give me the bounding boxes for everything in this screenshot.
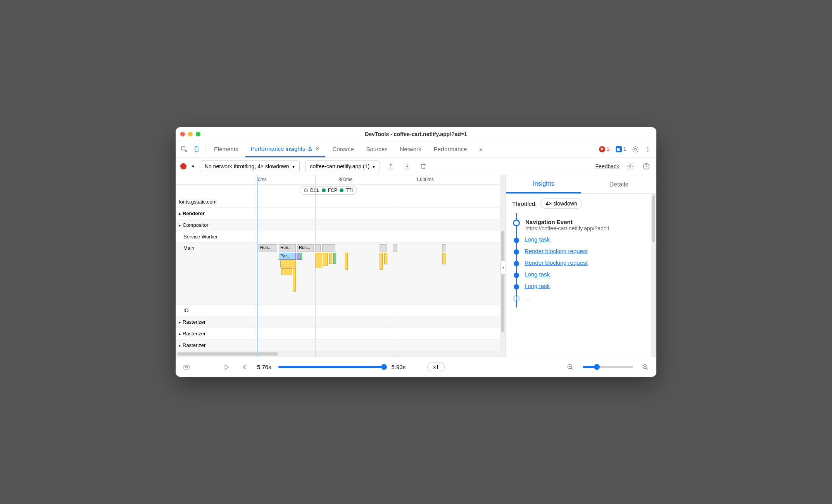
event-bullet-icon xyxy=(514,249,519,255)
throttling-select[interactable]: No network throttling, 4× slowdown xyxy=(200,161,300,172)
panel-settings-icon[interactable] xyxy=(625,161,635,172)
flame-task[interactable] xyxy=(442,244,445,252)
flame-task[interactable] xyxy=(380,244,387,252)
insights-tabs: Insights Details xyxy=(506,175,656,194)
track-renderer[interactable]: Renderer xyxy=(176,208,506,219)
ruler-tick: 800ms xyxy=(338,177,352,182)
errors-badge[interactable]: ✕ 1 xyxy=(597,145,612,153)
svg-point-6 xyxy=(647,150,649,152)
insight-link[interactable]: Render blocking request xyxy=(525,248,588,254)
playback-footer: 5.76s 5.93s x1 xyxy=(176,357,656,377)
flame-task[interactable] xyxy=(394,244,397,252)
track-rasterizer[interactable]: Rasterizer xyxy=(176,328,506,340)
zoom-in-icon[interactable] xyxy=(640,362,651,373)
flame-chart[interactable]: Run... Run... Run... Par... xyxy=(257,244,506,322)
event-cutoff: ... xyxy=(514,292,655,304)
insights-scrollbar[interactable] xyxy=(651,194,656,357)
flame-block[interactable] xyxy=(345,253,348,270)
track-compositor[interactable]: Compositor xyxy=(176,219,506,231)
flame-block[interactable] xyxy=(299,253,302,260)
zoom-slider[interactable] xyxy=(583,366,633,368)
flame-block[interactable] xyxy=(293,268,296,292)
tab-sources[interactable]: Sources xyxy=(361,141,393,157)
tab-details[interactable]: Details xyxy=(581,175,656,193)
flame-task[interactable] xyxy=(322,244,335,252)
screenshot-toggle-icon[interactable] xyxy=(181,362,192,373)
event-navigation[interactable]: Navigation Event https://coffee-cart.net… xyxy=(514,216,655,234)
flame-task[interactable]: Run... xyxy=(279,244,296,252)
tab-console[interactable]: Console xyxy=(327,141,359,157)
tab-network[interactable]: Network xyxy=(395,141,427,157)
flame-task[interactable]: Run... xyxy=(297,244,314,252)
flame-block[interactable] xyxy=(333,253,336,264)
tab-performance[interactable]: Performance xyxy=(428,141,473,157)
close-tab-icon[interactable]: ✕ xyxy=(315,146,320,152)
flame-block[interactable] xyxy=(280,261,296,268)
end-time: 5.93s xyxy=(392,364,406,370)
tab-performance-insights[interactable]: Performance insights ✕ xyxy=(245,141,326,157)
more-icon[interactable] xyxy=(642,144,653,155)
tab-overflow[interactable]: » xyxy=(474,141,488,157)
feedback-link[interactable]: Feedback xyxy=(596,163,619,169)
svg-point-4 xyxy=(647,147,649,148)
track-fonts[interactable]: fonts.gstatic.com xyxy=(176,196,506,208)
flame-block[interactable] xyxy=(384,253,387,264)
flame-block[interactable] xyxy=(281,268,292,275)
delete-icon[interactable] xyxy=(418,161,429,172)
tab-insights[interactable]: Insights xyxy=(506,175,581,193)
event-bullet-icon xyxy=(514,238,519,243)
tab-elements[interactable]: Elements xyxy=(209,141,244,157)
flame-task[interactable]: Run... xyxy=(259,244,277,252)
download-icon[interactable] xyxy=(402,161,413,172)
track-rasterizer[interactable]: Rasterizer xyxy=(176,340,506,351)
playback-scrubber[interactable] xyxy=(278,366,385,368)
zoom-level[interactable]: x1 xyxy=(427,362,445,372)
horizontal-scrollbar[interactable] xyxy=(176,351,506,357)
collapse-sidebar-button[interactable]: › xyxy=(501,261,506,274)
event-render-blocking[interactable]: Render blocking request xyxy=(514,245,655,257)
time-ruler[interactable]: 0ms 800ms 1,600ms xyxy=(176,175,506,185)
flame-block[interactable] xyxy=(380,253,383,270)
flame-block[interactable] xyxy=(323,253,328,266)
event-long-task[interactable]: Long task xyxy=(514,269,655,280)
insight-link[interactable]: Long task xyxy=(525,271,550,278)
marker-pills[interactable]: DCL FCP TTI xyxy=(300,186,357,195)
maximize-window-button[interactable] xyxy=(196,132,200,136)
close-window-button[interactable] xyxy=(180,132,185,136)
device-toolbar-icon[interactable] xyxy=(191,144,202,155)
inspect-element-icon[interactable] xyxy=(179,144,190,155)
flame-block[interactable] xyxy=(315,253,322,268)
insight-link[interactable]: Long task xyxy=(525,236,550,243)
url-select[interactable]: coffee-cart.netlify.app (1) xyxy=(305,161,380,172)
record-dropdown-caret[interactable]: ▾ xyxy=(192,164,194,169)
upload-icon[interactable] xyxy=(385,161,396,172)
minimize-window-button[interactable] xyxy=(188,132,193,136)
chevron-down-icon xyxy=(292,163,295,169)
throttled-chip[interactable]: 4× slowdown xyxy=(540,198,582,209)
play-icon[interactable] xyxy=(221,362,232,373)
issue-count: 1 xyxy=(623,146,626,152)
issues-badge[interactable]: 🗎 1 xyxy=(613,145,628,153)
record-button[interactable] xyxy=(180,163,186,169)
insights-toolbar: ▾ No network throttling, 4× slowdown cof… xyxy=(176,157,656,175)
zoom-out-icon[interactable] xyxy=(565,362,576,373)
insights-events: Navigation Event https://coffee-cart.net… xyxy=(506,213,656,307)
settings-icon[interactable] xyxy=(630,144,641,155)
flame-parse[interactable]: Par... xyxy=(279,253,296,260)
fcp-label: FCP xyxy=(328,188,337,193)
flame-task[interactable] xyxy=(315,244,321,252)
event-long-task[interactable]: Long task xyxy=(514,234,655,245)
help-icon[interactable] xyxy=(641,161,652,172)
flame-block[interactable] xyxy=(329,253,332,264)
flame-block[interactable] xyxy=(442,253,445,264)
skip-back-icon[interactable] xyxy=(239,362,250,373)
event-render-blocking[interactable]: Render blocking request xyxy=(514,257,655,269)
ruler-tick: 1,600ms xyxy=(416,177,434,182)
insight-link[interactable]: Render blocking request xyxy=(525,259,588,266)
event-bullet-icon xyxy=(514,261,519,266)
tracks: fonts.gstatic.com Renderer Compositor Se… xyxy=(176,196,506,351)
insight-link[interactable]: Long task xyxy=(525,283,550,289)
track-service-worker[interactable]: Service Worker xyxy=(176,231,506,243)
event-long-task[interactable]: Long task xyxy=(514,280,655,292)
playhead-line[interactable] xyxy=(257,175,258,357)
